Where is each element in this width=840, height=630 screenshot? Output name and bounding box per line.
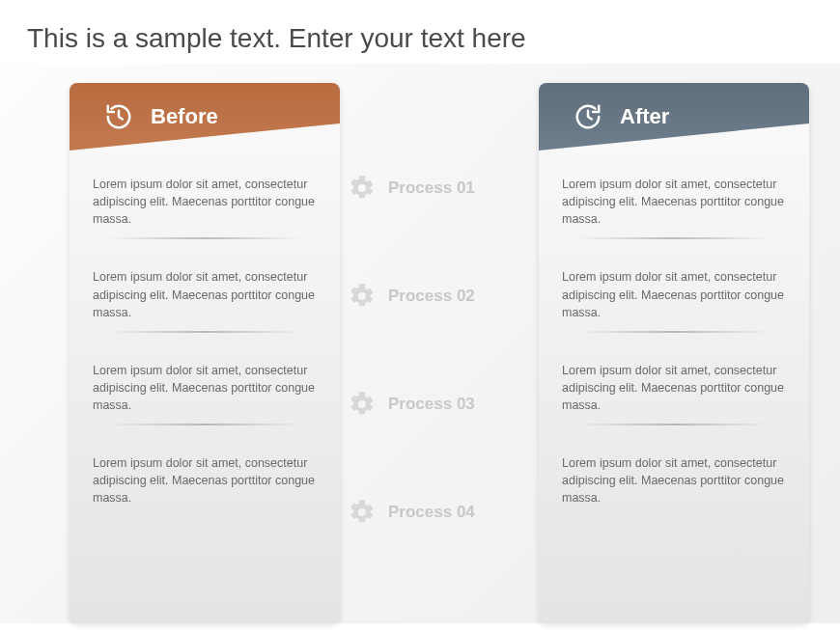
process-label: Process 03 — [388, 395, 475, 414]
before-header: Before — [70, 83, 340, 151]
list-item: Lorem ipsum dolor sit amet, consectetur … — [93, 160, 317, 253]
list-item: Lorem ipsum dolor sit amet, consectetur … — [562, 160, 786, 253]
divider — [577, 424, 770, 425]
after-header: After — [539, 83, 809, 151]
before-body: Lorem ipsum dolor sit amet, consectetur … — [70, 151, 340, 540]
after-item-text: Lorem ipsum dolor sit amet, consectetur … — [562, 176, 786, 228]
gear-icon — [348, 174, 377, 203]
list-item: Lorem ipsum dolor sit amet, consectetur … — [562, 253, 786, 345]
divider — [577, 331, 770, 333]
divider — [108, 424, 301, 425]
before-item-text: Lorem ipsum dolor sit amet, consectetur … — [93, 454, 317, 507]
gear-icon — [348, 390, 377, 419]
after-item-text: Lorem ipsum dolor sit amet, consectetur … — [562, 362, 786, 414]
divider — [108, 331, 301, 333]
clock-forward-icon — [572, 100, 604, 133]
page-title: This is a sample text. Enter your text h… — [0, 0, 840, 64]
diagram-stage: Before Lorem ipsum dolor sit amet, conse… — [0, 64, 840, 623]
before-item-text: Lorem ipsum dolor sit amet, consectetur … — [93, 176, 317, 228]
process-row: Process 01 — [348, 170, 531, 206]
process-row: Process 02 — [348, 278, 531, 315]
list-item: Lorem ipsum dolor sit amet, consectetur … — [93, 346, 317, 439]
after-item-text: Lorem ipsum dolor sit amet, consectetur … — [562, 454, 786, 507]
process-row: Process 04 — [348, 494, 531, 531]
process-label: Process 01 — [388, 178, 475, 198]
after-item-text: Lorem ipsum dolor sit amet, consectetur … — [562, 268, 786, 320]
list-item: Lorem ipsum dolor sit amet, consectetur … — [93, 253, 317, 345]
before-item-text: Lorem ipsum dolor sit amet, consectetur … — [93, 362, 317, 414]
after-label: After — [620, 104, 669, 129]
process-label: Process 02 — [388, 287, 475, 306]
list-item: Lorem ipsum dolor sit amet, consectetur … — [562, 439, 786, 520]
after-panel: After Lorem ipsum dolor sit amet, consec… — [539, 83, 809, 623]
history-icon — [102, 100, 135, 133]
process-row: Process 03 — [348, 386, 531, 423]
gear-icon — [348, 498, 377, 527]
before-label: Before — [151, 104, 218, 129]
process-label: Process 04 — [388, 503, 475, 522]
process-column: Process 01 Process 02 Process 03 Process… — [348, 170, 531, 531]
gear-icon — [348, 282, 377, 311]
before-panel: Before Lorem ipsum dolor sit amet, conse… — [70, 83, 340, 623]
divider — [108, 237, 301, 239]
before-item-text: Lorem ipsum dolor sit amet, consectetur … — [93, 268, 317, 320]
list-item: Lorem ipsum dolor sit amet, consectetur … — [93, 439, 317, 520]
after-body: Lorem ipsum dolor sit amet, consectetur … — [539, 151, 809, 540]
divider — [577, 237, 770, 239]
list-item: Lorem ipsum dolor sit amet, consectetur … — [562, 346, 786, 439]
